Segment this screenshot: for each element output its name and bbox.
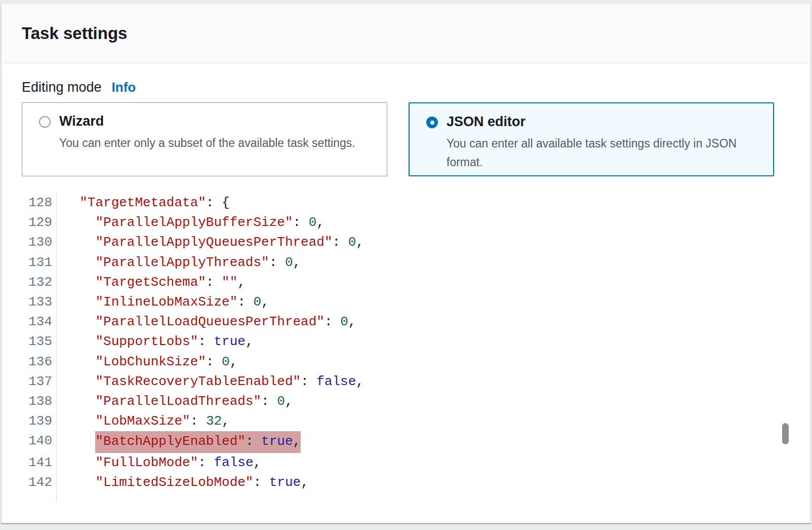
code-text: "InlineLobMaxSize": 0, (52, 292, 269, 312)
json-editor-option-description: You can enter all available task setting… (446, 134, 763, 172)
line-number: 137 (22, 372, 52, 392)
line-number: 140 (22, 431, 52, 452)
code-text: "BatchApplyEnabled": true, (52, 431, 301, 452)
line-number: 134 (22, 312, 52, 332)
scrollbar-thumb[interactable] (782, 423, 789, 444)
editing-mode-options: Wizard You can enter only a subset of th… (22, 102, 810, 176)
info-link[interactable]: Info (112, 80, 136, 95)
line-number: 139 (22, 411, 52, 431)
code-text: "LobChunkSize": 0, (52, 352, 237, 372)
wizard-option-description: You can enter only a subset of the avail… (59, 134, 376, 153)
code-text: "ParallelLoadThreads": 0, (52, 392, 293, 411)
code-line[interactable]: 134 "ParallelLoadQueuesPerThread": 0, (22, 312, 810, 332)
json-editor-option-label: JSON editor (446, 114, 773, 130)
json-editor-option-text: JSON editor You can enter all available … (446, 103, 773, 172)
code-line[interactable]: 142 "LimitedSizeLobMode": true, (22, 473, 810, 493)
code-line[interactable]: 138 "ParallelLoadThreads": 0, (22, 392, 810, 411)
code-line[interactable]: 135 "SupportLobs": true, (22, 332, 810, 352)
task-settings-panel: Task settings Editing mode Info Wizard Y… (1, 4, 811, 524)
code-text: "TaskRecoveryTableEnabled": false, (52, 372, 364, 392)
line-number: 133 (22, 292, 52, 312)
code-text: "LimitedSizeLobMode": true, (52, 473, 309, 493)
line-number: 129 (22, 213, 52, 233)
code-line[interactable]: 141 "FullLobMode": false, (22, 453, 810, 473)
line-number: 138 (22, 392, 52, 411)
json-editor-radio-button[interactable] (426, 117, 438, 128)
code-text: "ParallelApplyQueuesPerThread": 0, (52, 233, 364, 252)
editing-mode-label: Editing mode (22, 80, 102, 95)
code-text: "FullLobMode": false, (52, 453, 261, 473)
code-text: "SupportLobs": true, (52, 332, 254, 352)
code-line[interactable]: 130 "ParallelApplyQueuesPerThread": 0, (22, 233, 810, 252)
line-number: 130 (22, 233, 52, 252)
code-line[interactable]: 132 "TargetSchema": "", (22, 273, 810, 292)
code-text: "LobMaxSize": 32, (52, 411, 230, 431)
code-line[interactable]: 140 "BatchApplyEnabled": true, (22, 431, 810, 452)
code-lines: 128 "TargetMetadata": {129 "ParallelAppl… (22, 193, 810, 493)
code-line[interactable]: 128 "TargetMetadata": { (22, 193, 810, 213)
json-editor-option-card[interactable]: JSON editor You can enter all available … (409, 102, 774, 176)
line-number: 136 (22, 352, 52, 372)
line-number: 132 (22, 273, 52, 292)
highlighted-code: "BatchApplyEnabled": true, (95, 431, 301, 452)
panel-header: Task settings (2, 4, 810, 63)
json-code-editor[interactable]: 128 "TargetMetadata": {129 "ParallelAppl… (22, 193, 810, 502)
line-number: 131 (22, 253, 52, 273)
code-text: "ParallelLoadQueuesPerThread": 0, (52, 312, 356, 332)
code-line[interactable]: 136 "LobChunkSize": 0, (22, 352, 810, 372)
line-number: 141 (22, 453, 52, 473)
wizard-option-label: Wizard (59, 113, 387, 129)
code-text: "ParallelApplyThreads": 0, (52, 253, 301, 273)
line-number: 135 (22, 332, 52, 352)
wizard-option-text: Wizard You can enter only a subset of th… (59, 103, 387, 153)
wizard-radio-button[interactable] (39, 116, 51, 128)
code-line[interactable]: 129 "ParallelApplyBufferSize": 0, (22, 213, 810, 233)
code-line[interactable]: 131 "ParallelApplyThreads": 0, (22, 253, 810, 273)
code-line[interactable]: 139 "LobMaxSize": 32, (22, 411, 810, 431)
line-number: 128 (22, 193, 52, 213)
code-text: "TargetSchema": "", (52, 273, 246, 292)
code-text: "TargetMetadata": { (52, 193, 230, 213)
code-line[interactable]: 133 "InlineLobMaxSize": 0, (22, 292, 810, 312)
code-text: "ParallelApplyBufferSize": 0, (52, 213, 324, 233)
line-number: 142 (22, 473, 52, 493)
page-title: Task settings (22, 24, 127, 43)
wizard-option-card[interactable]: Wizard You can enter only a subset of th… (22, 102, 387, 176)
code-line[interactable]: 137 "TaskRecoveryTableEnabled": false, (22, 372, 810, 392)
panel-body: Editing mode Info Wizard You can enter o… (2, 80, 810, 502)
editing-mode-row: Editing mode Info (22, 80, 810, 95)
